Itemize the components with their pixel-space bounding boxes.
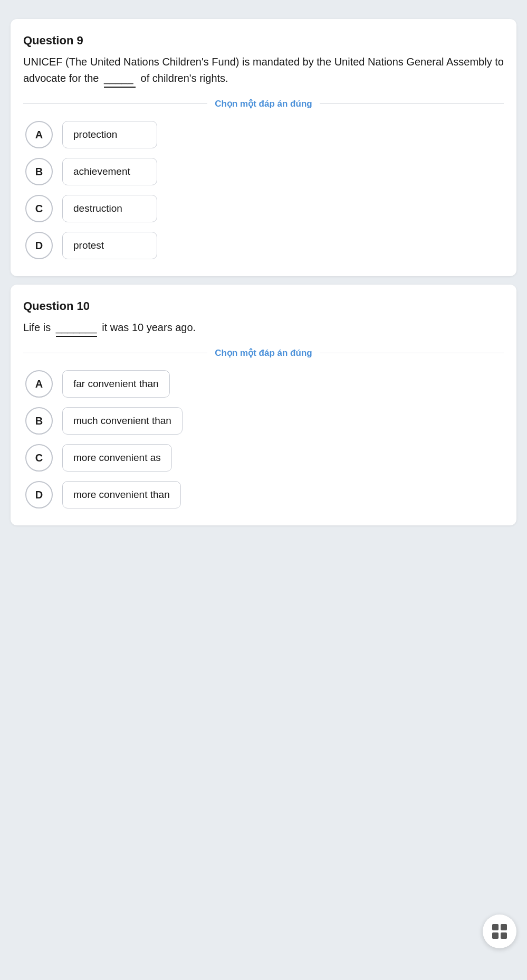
option-10-c-box[interactable]: more convenient as [62, 444, 172, 472]
question-10-text: Life is _______ it was 10 years ago. [23, 319, 504, 337]
option-10-d-box[interactable]: more convenient than [62, 481, 181, 508]
question-10-title: Question 10 [23, 299, 504, 313]
option-a-box[interactable]: protection [62, 121, 157, 148]
option-d-circle: D [25, 232, 53, 259]
option-10-d-circle: D [25, 481, 53, 508]
grid-cell-2 [501, 924, 507, 930]
option-b-box[interactable]: achievement [62, 158, 157, 185]
question-9-option-c[interactable]: C destruction [25, 195, 502, 222]
option-10-c-circle: C [25, 444, 53, 472]
grid-cell-1 [492, 924, 499, 930]
question-10-text-part2: it was 10 years ago. [102, 322, 196, 333]
grid-icon [492, 924, 507, 939]
option-c-circle: C [25, 195, 53, 222]
floating-grid-button[interactable] [483, 915, 516, 948]
option-d-box[interactable]: protest [62, 232, 157, 259]
question-10-divider: Chọn một đáp án đúng [23, 347, 504, 359]
question-10-options: A far convenient than B much convenient … [23, 370, 504, 508]
question-10-card: Question 10 Life is _______ it was 10 ye… [11, 285, 516, 525]
question-10-option-a[interactable]: A far convenient than [25, 370, 502, 398]
question-9-option-a[interactable]: A protection [25, 121, 502, 148]
divider-line-right [320, 103, 504, 104]
question-9-title: Question 9 [23, 34, 504, 48]
question-9-text-part2: of children's rights. [141, 72, 228, 84]
option-10-b-circle: B [25, 407, 53, 435]
question-9-text: UNICEF (The United Nations Children's Fu… [23, 54, 504, 88]
question-10-option-d[interactable]: D more convenient than [25, 481, 502, 508]
divider-line-left-10 [23, 353, 207, 353]
question-10-option-b[interactable]: B much convenient than [25, 407, 502, 435]
option-a-circle: A [25, 121, 53, 148]
question-9-blank: _____ [104, 70, 136, 88]
question-9-option-b[interactable]: B achievement [25, 158, 502, 185]
question-9-card: Question 9 UNICEF (The United Nations Ch… [11, 19, 516, 276]
divider-line-left [23, 103, 207, 104]
question-10-blank: _______ [56, 319, 97, 337]
divider-line-right-10 [320, 353, 504, 353]
question-10-divider-label: Chọn một đáp án đúng [207, 347, 319, 359]
option-10-b-box[interactable]: much convenient than [62, 407, 183, 435]
question-9-text-part1: UNICEF (The United Nations Children's Fu… [23, 56, 504, 84]
question-9-divider: Chọn một đáp án đúng [23, 98, 504, 109]
question-10-option-c[interactable]: C more convenient as [25, 444, 502, 472]
question-9-options: A protection B achievement C destruction… [23, 121, 504, 259]
option-b-circle: B [25, 158, 53, 185]
option-10-a-circle: A [25, 370, 53, 398]
question-9-divider-label: Chọn một đáp án đúng [207, 98, 319, 109]
question-10-text-part1: Life is [23, 322, 51, 333]
grid-cell-3 [492, 932, 499, 939]
option-c-box[interactable]: destruction [62, 195, 157, 222]
option-10-a-box[interactable]: far convenient than [62, 370, 170, 398]
grid-cell-4 [501, 932, 507, 939]
question-9-option-d[interactable]: D protest [25, 232, 502, 259]
